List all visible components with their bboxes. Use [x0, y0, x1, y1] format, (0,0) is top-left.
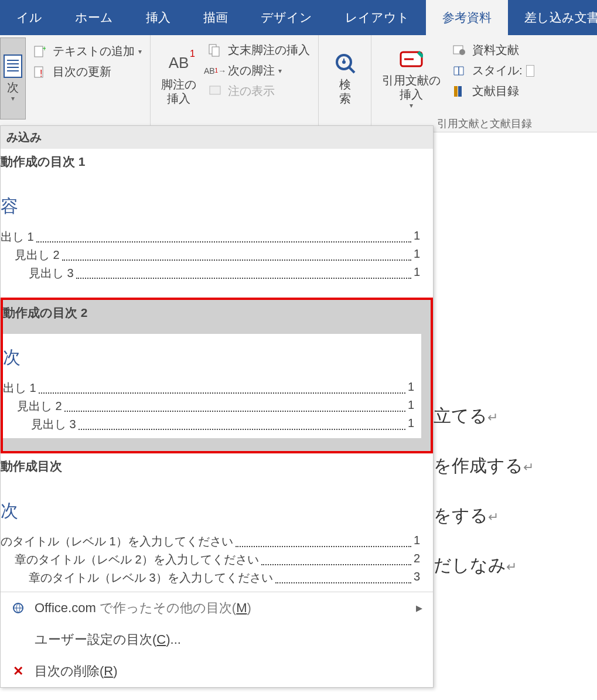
research-button[interactable]: 検 索 — [323, 37, 366, 119]
manage-sources-button[interactable]: 資料文献 — [449, 40, 538, 60]
svg-rect-11 — [210, 86, 220, 94]
bibliography-label: 文献目録 — [472, 83, 519, 99]
remove-icon: ✕ — [11, 664, 25, 679]
return-mark-icon: ↵ — [488, 510, 499, 524]
next-footnote-button[interactable]: AB1→ 次の脚注 ▾ — [204, 60, 313, 81]
toc-preview-row: 章のタイトル（レベル 2）を入力してください2 — [1, 552, 420, 568]
bibliography-button[interactable]: 文献目録 — [449, 81, 538, 101]
group-research: 検 索 — [319, 35, 371, 132]
insert-endnote-button[interactable]: 文末脚注の挿入 — [204, 40, 313, 60]
table-of-contents-button[interactable]: 次 ▾ — [0, 37, 26, 119]
toc-page-icon — [1, 54, 25, 78]
return-mark-icon: ↵ — [523, 460, 534, 474]
menu-custom-toc-label: ユーザー設定の目次(C)... — [35, 631, 181, 648]
menu-office-more-toc[interactable]: Office.com で作ったその他の目次(M) ▸ — [1, 592, 433, 624]
svg-rect-0 — [4, 55, 22, 77]
group-table-of-contents: 次 ▾ ＋ テキストの追加 ▾ ! 目次の更新 — [0, 35, 151, 132]
menu-office-more-label: Office.com で作ったその他の目次(M) — [35, 599, 251, 617]
show-notes-label: 注の表示 — [228, 83, 275, 99]
research-label: 検 索 — [339, 77, 351, 105]
add-text-button[interactable]: ＋ テキストの追加 ▾ — [29, 41, 145, 62]
next-footnote-label: 次の脚注 — [228, 63, 275, 78]
tab-draw[interactable]: 描画 — [187, 0, 244, 35]
ribbon-content: 次 ▾ ＋ テキストの追加 ▾ ! 目次の更新 — [0, 35, 597, 132]
return-mark-icon: ↵ — [487, 410, 498, 425]
add-text-icon: ＋ — [33, 45, 47, 59]
tab-design[interactable]: デザイン — [244, 0, 329, 35]
svg-text:!: ! — [40, 69, 42, 78]
citation-icon — [400, 47, 423, 71]
style-value-box[interactable] — [526, 65, 534, 77]
svg-line-13 — [349, 67, 354, 73]
tab-mailmerge[interactable]: 差し込み文書 — [508, 0, 597, 35]
gallery-footer-menu: Office.com で作ったその他の目次(M) ▸ ユーザー設定の目次(C).… — [1, 592, 433, 687]
gallery-preview: 次 出し 11 見出し 21 見出し 31 — [3, 334, 421, 438]
manage-sources-label: 資料文献 — [472, 42, 519, 58]
menu-custom-toc[interactable]: ユーザー設定の目次(C)... — [1, 624, 433, 655]
show-notes-button: 注の表示 — [204, 81, 313, 101]
update-toc-icon: ! — [33, 65, 47, 79]
group-citations: 引用文献の 挿入 ▾ 資料文献 スタイル: — [371, 35, 597, 132]
bibliography-icon — [452, 84, 466, 98]
preview-heading: 次 — [3, 346, 414, 370]
chevron-down-icon: ▾ — [410, 101, 413, 110]
gallery-preview: 容 出し 11 見出し 21 見出し 31 — [1, 183, 427, 287]
gallery-item-auto-toc-1[interactable]: 動作成の目次 1 容 出し 11 見出し 21 見出し 31 — [1, 149, 433, 298]
gallery-item-title: 動作成目次 — [1, 458, 427, 474]
show-notes-icon — [208, 84, 222, 98]
toc-preview-row: のタイトル（レベル 1）を入力してください1 — [1, 534, 420, 549]
toc-preview-row: 見出し 31 — [1, 265, 420, 281]
group-footnotes: AB1 脚注の 挿入 文末脚注の挿入 AB1→ 次の脚注 ▾ — [151, 35, 319, 132]
menu-remove-toc[interactable]: ✕ 目次の削除(R) — [1, 655, 433, 687]
toc-preview-row: 見出し 21 — [1, 247, 420, 263]
tab-layout[interactable]: レイアウト — [329, 0, 426, 35]
next-footnote-icon: AB1→ — [208, 64, 222, 78]
search-icon — [333, 52, 357, 75]
insert-citation-label: 引用文献の 挿入 — [382, 73, 441, 101]
doc-line: だしなみ↵ — [434, 554, 597, 578]
gallery-item-title: 動作成の目次 2 — [3, 305, 425, 321]
gallery-header-builtin: み込み — [1, 126, 433, 149]
insert-footnote-label: 脚注の 挿入 — [161, 77, 196, 105]
toc-preview-row: 章のタイトル（レベル 3）を入力してください3 — [1, 570, 420, 586]
ribbon-tab-bar: イル ホーム 挿入 描画 デザイン レイアウト 参考資料 差し込み文書 校 — [0, 0, 597, 35]
update-toc-button[interactable]: ! 目次の更新 — [29, 62, 145, 82]
toc-preview-row: 見出し 31 — [3, 416, 414, 432]
svg-text:＋: ＋ — [41, 45, 46, 52]
svg-point-19 — [459, 49, 465, 55]
citation-style-label: スタイル: — [472, 63, 523, 78]
gallery-item-title: 動作成の目次 1 — [1, 153, 427, 170]
toc-gallery-dropdown: み込み 動作成の目次 1 容 出し 11 見出し 21 見出し 31 動作成の目… — [0, 125, 434, 688]
tab-insert[interactable]: 挿入 — [129, 0, 187, 35]
toc-preview-row: 見出し 21 — [3, 398, 414, 414]
svg-rect-10 — [212, 47, 219, 56]
gallery-preview: 次 のタイトル（レベル 1）を入力してください1 章のタイトル（レベル 2）を入… — [1, 487, 427, 592]
tab-home[interactable]: ホーム — [59, 0, 129, 35]
globe-icon — [11, 602, 25, 614]
doc-line: をする↵ — [434, 504, 597, 528]
chevron-down-icon: ▾ — [11, 94, 15, 103]
gallery-item-auto-toc-2[interactable]: 動作成の目次 2 次 出し 11 見出し 21 見出し 31 — [1, 298, 433, 453]
manage-sources-icon — [452, 43, 466, 57]
insert-citation-button[interactable]: 引用文献の 挿入 ▾ — [376, 37, 446, 119]
insert-endnote-label: 文末脚注の挿入 — [228, 42, 310, 58]
gallery-item-manual-toc[interactable]: 動作成目次 次 のタイトル（レベル 1）を入力してください1 章のタイトル（レベ… — [1, 453, 433, 592]
tab-references[interactable]: 参考資料 — [426, 0, 508, 35]
chevron-down-icon: ▾ — [138, 47, 142, 56]
tab-file[interactable]: イル — [0, 0, 59, 35]
update-toc-label: 目次の更新 — [53, 64, 111, 80]
toc-button-label: 次 — [7, 80, 19, 94]
endnote-icon — [208, 43, 222, 57]
insert-footnote-button[interactable]: AB1 脚注の 挿入 — [155, 37, 202, 119]
return-mark-icon: ↵ — [506, 559, 517, 574]
chevron-down-icon: ▾ — [278, 67, 282, 75]
preview-heading: 容 — [1, 194, 420, 218]
toc-preview-row: 出し 11 — [1, 229, 420, 245]
footnote-ab-icon: AB1 — [167, 52, 190, 75]
doc-line: を作成する↵ — [434, 454, 597, 478]
citation-style-button[interactable]: スタイル: — [449, 60, 538, 81]
toc-preview-row: 出し 11 — [3, 380, 414, 396]
style-book-icon — [452, 64, 466, 78]
add-text-label: テキストの追加 — [53, 43, 135, 59]
submenu-arrow-icon: ▸ — [416, 600, 422, 616]
